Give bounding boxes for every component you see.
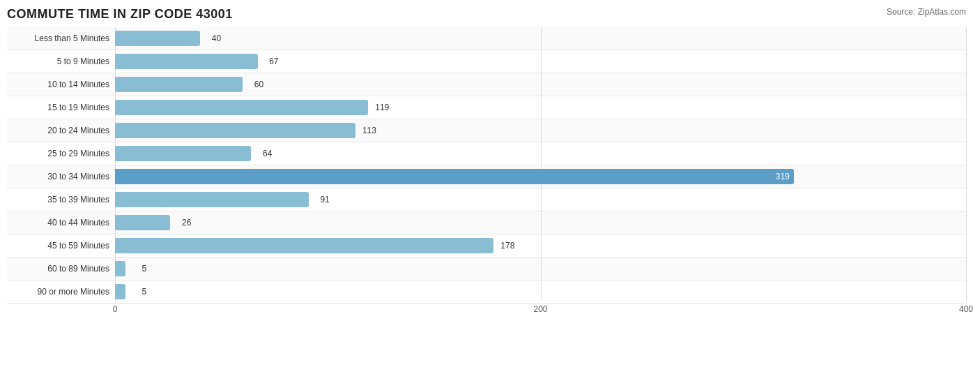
- bar-track: 60: [115, 73, 966, 96]
- bar-row: 60 to 89 Minutes5: [7, 258, 966, 281]
- bar-label: 60 to 89 Minutes: [7, 264, 115, 274]
- bar-row: 90 or more Minutes5: [7, 281, 966, 304]
- bar-track: 91: [115, 188, 966, 211]
- bar-fill: 319: [115, 169, 794, 184]
- bar-track: 319: [115, 165, 966, 188]
- bar-value-label: 60: [254, 80, 263, 89]
- bar-label: Less than 5 Minutes: [7, 33, 115, 43]
- chart-area: Less than 5 Minutes405 to 9 Minutes6710 …: [7, 27, 966, 322]
- bar-row: 25 to 29 Minutes64: [7, 142, 966, 165]
- bar-value-label: 40: [212, 33, 221, 43]
- x-axis: 0200400: [115, 301, 966, 315]
- bar-fill: 113: [115, 123, 355, 138]
- bar-row: 45 to 59 Minutes178: [7, 234, 966, 258]
- bar-track: 5: [115, 281, 966, 303]
- bar-track: 64: [115, 142, 966, 165]
- bar-label: 5 to 9 Minutes: [7, 57, 115, 66]
- bar-fill: 5: [115, 261, 125, 276]
- bar-row: 10 to 14 Minutes60: [7, 73, 966, 96]
- bar-track: 5: [115, 258, 966, 280]
- bar-fill: 5: [115, 284, 125, 299]
- bar-row: 20 to 24 Minutes113: [7, 119, 966, 142]
- bar-track: 67: [115, 50, 966, 73]
- bar-fill: 119: [115, 100, 368, 115]
- bar-fill: 67: [115, 54, 258, 69]
- bar-label: 15 to 19 Minutes: [7, 103, 115, 112]
- x-tick-label: 0: [113, 304, 118, 314]
- bar-value-label: 178: [500, 241, 514, 251]
- bar-value-label: 26: [182, 218, 191, 228]
- chart-container: COMMUTE TIME IN ZIP CODE 43001 Source: Z…: [0, 0, 980, 365]
- bar-row: 30 to 34 Minutes319: [7, 165, 966, 188]
- bar-value-label: 113: [362, 126, 376, 135]
- bar-fill: 26: [115, 215, 170, 230]
- bars-section: Less than 5 Minutes405 to 9 Minutes6710 …: [7, 27, 966, 301]
- bar-value-label: 64: [263, 149, 272, 158]
- grid-line: [966, 27, 967, 301]
- bar-track: 26: [115, 211, 966, 234]
- bar-row: 40 to 44 Minutes26: [7, 211, 966, 234]
- source-text: Source: ZipAtlas.com: [887, 7, 966, 17]
- bar-fill: 91: [115, 192, 309, 207]
- bar-label: 25 to 29 Minutes: [7, 149, 115, 158]
- bar-track: 40: [115, 27, 966, 50]
- bar-track: 113: [115, 119, 966, 142]
- bar-label: 45 to 59 Minutes: [7, 241, 115, 251]
- chart-title: COMMUTE TIME IN ZIP CODE 43001: [7, 7, 966, 22]
- bar-value-label: 91: [320, 195, 329, 204]
- bar-row: 35 to 39 Minutes91: [7, 188, 966, 211]
- bar-value-label: 67: [269, 57, 278, 66]
- x-tick-label: 200: [533, 304, 547, 314]
- bar-value-label: 5: [142, 287, 147, 297]
- bar-label: 30 to 34 Minutes: [7, 172, 115, 181]
- bar-label: 20 to 24 Minutes: [7, 126, 115, 135]
- bar-value-label: 5: [142, 264, 147, 274]
- bar-label: 35 to 39 Minutes: [7, 195, 115, 204]
- bar-fill: 178: [115, 238, 493, 253]
- bar-value-label: 119: [375, 103, 389, 112]
- bar-fill: 60: [115, 77, 243, 92]
- bar-label: 10 to 14 Minutes: [7, 80, 115, 89]
- bar-value-label: 319: [776, 172, 790, 181]
- x-tick-label: 400: [959, 304, 973, 314]
- bar-row: 15 to 19 Minutes119: [7, 96, 966, 119]
- bar-track: 119: [115, 96, 966, 119]
- bar-label: 90 or more Minutes: [7, 287, 115, 297]
- bar-row: Less than 5 Minutes40: [7, 27, 966, 50]
- bar-fill: 64: [115, 146, 251, 161]
- bar-track: 178: [115, 234, 966, 257]
- bar-label: 40 to 44 Minutes: [7, 218, 115, 228]
- bar-row: 5 to 9 Minutes67: [7, 50, 966, 73]
- bar-fill: 40: [115, 31, 200, 46]
